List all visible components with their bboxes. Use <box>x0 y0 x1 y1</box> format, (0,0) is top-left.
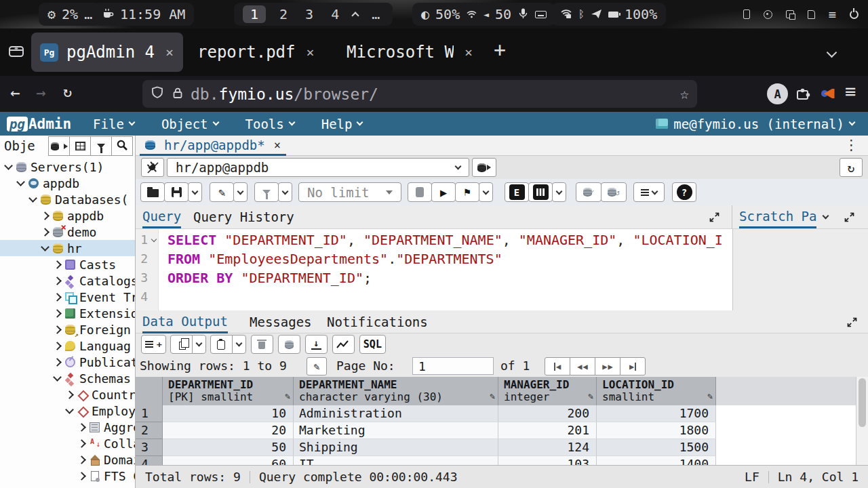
column-header-location-id[interactable]: LOCATION_ID smallint ✎ <box>597 377 716 405</box>
tree-item-hr-db[interactable]: hr <box>0 240 135 256</box>
expander-icon[interactable] <box>41 243 50 251</box>
menu-file[interactable]: File <box>93 117 134 131</box>
expander-icon[interactable] <box>65 390 74 399</box>
tray-menu-icon[interactable]: ≡ <box>829 7 836 22</box>
shield-icon[interactable] <box>151 86 164 102</box>
firefox-view-icon[interactable] <box>8 43 25 62</box>
help-button[interactable]: ? <box>672 182 696 202</box>
stop-button[interactable] <box>408 182 432 202</box>
close-tab-icon[interactable]: × <box>465 44 473 60</box>
column-header-department-name[interactable]: DEPARTMENT_NAME character varying (30) ✎ <box>294 377 498 405</box>
sql-button[interactable]: SQL <box>359 335 386 354</box>
line-number[interactable]: 2 <box>136 249 158 268</box>
hamburger-menu-icon[interactable]: ≡ <box>845 81 856 102</box>
account-icon[interactable]: A <box>767 83 788 104</box>
query-tool-tab[interactable]: hr/app@appdb* × <box>140 136 286 156</box>
execute-dropdown-button[interactable] <box>479 182 493 202</box>
expander-icon[interactable] <box>53 358 62 367</box>
workspace-2[interactable]: 2 <box>275 5 292 23</box>
tab-query[interactable]: Query <box>142 205 181 228</box>
lock-icon[interactable] <box>171 87 184 102</box>
expander-icon[interactable] <box>16 178 25 186</box>
cpu-widget[interactable]: ⚙ 2% … <box>39 3 101 26</box>
workspace-more[interactable]: … <box>368 5 384 23</box>
edit-column-icon[interactable]: ✎ <box>285 390 290 403</box>
expander-icon[interactable] <box>41 211 50 220</box>
tree-item-extensions[interactable]: Extensio <box>0 305 135 321</box>
reload-button[interactable]: ↻ <box>63 83 72 100</box>
cell-department-name[interactable]: Administration <box>294 405 498 422</box>
cell-manager-id[interactable]: 200 <box>498 405 597 422</box>
workspace-3[interactable]: 3 <box>301 5 317 23</box>
browser-tab-word[interactable]: Microsoft Wo × <box>338 33 486 72</box>
explain-button[interactable]: E <box>505 182 529 202</box>
cell-department-id[interactable]: 10 <box>163 405 294 422</box>
menu-tools[interactable]: Tools <box>245 117 294 131</box>
menu-help[interactable]: Help <box>321 117 363 131</box>
add-server-button[interactable] <box>48 136 70 156</box>
cell-location-id[interactable]: 1400 <box>597 456 716 465</box>
row-number-cell[interactable]: 1 <box>136 405 163 422</box>
edit-column-icon[interactable]: ✎ <box>707 390 713 403</box>
tree-item-languages[interactable]: Languag <box>0 338 135 354</box>
filter-options-button[interactable] <box>278 182 292 202</box>
network-widget[interactable]: ᛒ 100% <box>551 3 666 26</box>
bookmark-star-icon[interactable]: ☆ <box>680 85 689 102</box>
media-widget[interactable]: ◐ 50% ◄ 50 <box>412 3 555 26</box>
chart-button[interactable] <box>332 335 355 354</box>
save-options-button[interactable] <box>188 182 202 202</box>
expander-icon[interactable] <box>53 293 62 302</box>
tree-item-aggregates[interactable]: Aggre <box>0 419 135 435</box>
edit-range-button[interactable]: ✎ <box>307 357 327 375</box>
addon-icon[interactable] <box>819 85 837 104</box>
close-tab-icon[interactable]: × <box>165 44 174 60</box>
expander-icon[interactable] <box>4 161 13 170</box>
tree-item-appdb-db[interactable]: appdb <box>0 207 135 224</box>
execute-options-button[interactable]: ⚑ <box>455 182 479 202</box>
cell-manager-id[interactable]: 124 <box>498 439 597 456</box>
expander-icon[interactable] <box>41 228 50 237</box>
execute-button[interactable]: ▶ <box>431 182 456 202</box>
tab-query-history[interactable]: Query History <box>193 205 294 228</box>
line-number[interactable]: 4 <box>136 287 158 306</box>
row-number-cell[interactable]: 3 <box>136 439 163 456</box>
expand-scratch-icon[interactable] <box>844 211 855 223</box>
table-row[interactable]: 2 20 Marketing 201 1800 <box>136 422 856 439</box>
table-row[interactable]: 1 10 Administration 200 1700 <box>136 405 856 422</box>
cell-department-id[interactable]: 60 <box>163 456 294 465</box>
expander-icon[interactable] <box>53 325 62 334</box>
row-number-header[interactable] <box>136 377 163 405</box>
last-page-button[interactable]: ▶ <box>620 357 646 375</box>
tree-item-casts[interactable]: Casts <box>0 256 135 272</box>
cell-department-name[interactable]: Shipping <box>294 439 498 456</box>
commit-button[interactable]: ✓ <box>576 182 601 202</box>
cell-department-id[interactable]: 20 <box>163 422 294 439</box>
forward-button[interactable]: → <box>36 83 45 102</box>
panel-kebab-icon[interactable]: ⋮ <box>844 137 859 153</box>
tree-item-employees-schema[interactable]: Employ <box>0 403 135 419</box>
properties-grid-button[interactable] <box>69 136 91 156</box>
expander-icon[interactable] <box>53 342 62 350</box>
paste-options-button[interactable] <box>232 335 246 354</box>
expander-icon[interactable] <box>53 260 62 269</box>
new-connection-button[interactable] <box>472 158 496 177</box>
scratch-pad-menu-icon[interactable] <box>823 205 828 228</box>
eol-indicator[interactable]: LF <box>745 470 760 484</box>
tree-item-event-triggers[interactable]: Event Tr <box>0 289 135 305</box>
connection-plug-button[interactable] <box>141 158 164 177</box>
expander-icon[interactable] <box>65 405 74 414</box>
cell-department-name[interactable]: Marketing <box>294 422 498 439</box>
clock-widget[interactable]: 11:59 AM <box>93 3 194 26</box>
scratch-pad[interactable] <box>732 229 868 310</box>
edit-options-button[interactable] <box>233 182 248 202</box>
expander-icon[interactable] <box>77 472 86 481</box>
cell-location-id[interactable]: 1800 <box>597 422 716 439</box>
tree-item-appdb-server[interactable]: appdb <box>0 175 135 191</box>
cell-location-id[interactable]: 1700 <box>597 405 716 422</box>
explain-options-button[interactable] <box>552 182 566 202</box>
open-file-button[interactable] <box>140 182 165 202</box>
menu-object[interactable]: Object <box>161 117 218 131</box>
close-tab-icon[interactable]: × <box>307 44 315 60</box>
browser-tab-pgadmin[interactable]: Pg pgAdmin 4 × <box>31 33 183 72</box>
edit-column-icon[interactable]: ✎ <box>588 390 593 403</box>
